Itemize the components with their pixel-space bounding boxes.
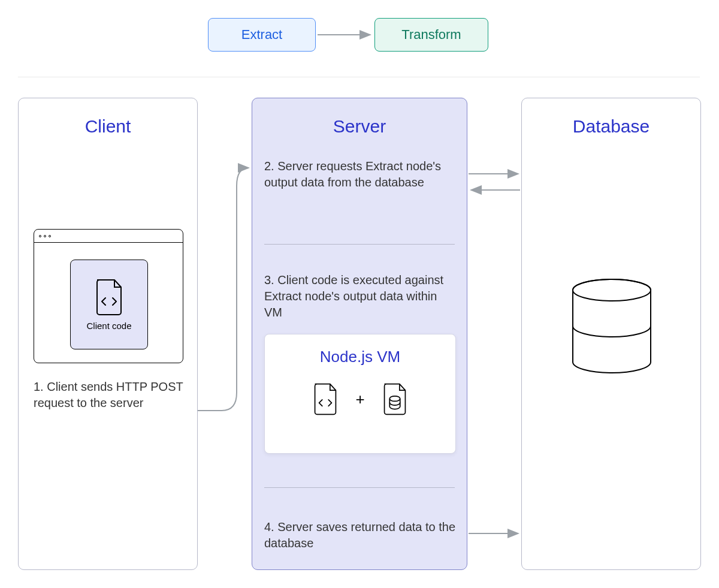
server-divider-1 bbox=[264, 244, 455, 245]
data-file-icon bbox=[382, 383, 408, 415]
code-file-icon bbox=[94, 279, 124, 316]
vm-title: Node.js VM bbox=[320, 348, 400, 366]
server-step-3: 3. Client code is executed against Extra… bbox=[264, 272, 456, 321]
browser-title-bar bbox=[34, 230, 183, 243]
database-panel-title: Database bbox=[522, 116, 700, 137]
pipeline-node-transform: Transform bbox=[374, 18, 488, 52]
server-step-4: 4. Server saves returned data to the dat… bbox=[264, 519, 456, 551]
pipeline-node-transform-label: Transform bbox=[401, 27, 461, 43]
code-file-icon bbox=[312, 383, 339, 415]
server-step-2: 2. Server requests Extract node's output… bbox=[264, 158, 456, 191]
diagram-canvas: Extract Transform Client bbox=[0, 0, 719, 588]
server-panel: Server 2. Server requests Extract node's… bbox=[252, 98, 467, 570]
pipeline-node-extract: Extract bbox=[208, 18, 316, 52]
client-code-label: Client code bbox=[86, 321, 131, 331]
svg-point-1 bbox=[389, 396, 400, 402]
pipeline-node-extract-label: Extract bbox=[241, 27, 282, 43]
client-code-card: Client code bbox=[70, 260, 148, 349]
database-panel: Database bbox=[521, 98, 701, 570]
client-panel: Client Client code 1. Client sends HTTP … bbox=[18, 98, 198, 570]
vm-card: Node.js VM + bbox=[264, 334, 456, 454]
client-panel-title: Client bbox=[19, 116, 197, 137]
server-divider-2 bbox=[264, 487, 455, 488]
divider bbox=[18, 77, 700, 77]
client-step-1: 1. Client sends HTTP POST request to the… bbox=[34, 379, 183, 411]
plus-icon: + bbox=[355, 390, 364, 409]
arrow-client-to-server bbox=[198, 168, 249, 411]
database-cylinder-icon bbox=[570, 278, 654, 380]
vm-icons-row: + bbox=[312, 383, 407, 415]
server-panel-title: Server bbox=[252, 116, 467, 137]
browser-window: Client code bbox=[34, 229, 183, 363]
